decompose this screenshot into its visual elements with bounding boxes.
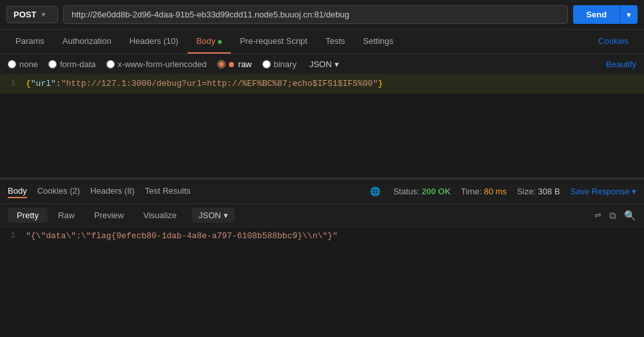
response-header: Body Cookies (2) Headers (8) Test Result… [0, 178, 644, 204]
copy-icon[interactable]: ⧉ [609, 210, 616, 221]
send-button[interactable]: Send [573, 5, 620, 24]
code-editor: 1 {"url":"http://127.1:3000/debug?url=ht… [0, 75, 644, 178]
code-line-1: 1 {"url":"http://127.1:3000/debug?url=ht… [0, 75, 644, 94]
raw-dot-icon [229, 62, 234, 67]
save-response-chevron-icon: ▾ [632, 187, 636, 196]
resp-tab-headers[interactable]: Headers (8) [90, 185, 135, 198]
response-format-tabs: Pretty Raw Preview Visualize JSON ▾ ⇌ ⧉ … [0, 204, 644, 227]
line-number-1: 1 [0, 77, 26, 90]
option-none[interactable]: none [8, 59, 38, 69]
resp-line-number-1: 1 [0, 230, 26, 242]
response-body: 1 "{\"data\":\"flag{9efecb80-1dab-4a8e-a… [0, 227, 644, 246]
top-bar: POST ▼ Send ▼ [0, 0, 644, 30]
body-options: none form-data x-www-form-urlencoded raw… [0, 54, 644, 75]
resp-json-chevron-icon: ▾ [224, 210, 228, 220]
response-size: 308 B [538, 187, 560, 196]
tab-pre-request[interactable]: Pre-request Script [231, 30, 317, 54]
method-dropdown[interactable]: POST ▼ [6, 6, 58, 23]
fmt-tab-raw[interactable]: Raw [49, 208, 84, 223]
response-time: 80 ms [484, 187, 507, 196]
response-status: 🌐 Status: 200 OK Time: 80 ms Size: 308 B… [370, 187, 636, 196]
fmt-tab-preview[interactable]: Preview [85, 208, 133, 223]
wrap-lines-icon[interactable]: ⇌ [594, 210, 601, 220]
option-binary[interactable]: binary [262, 59, 297, 69]
tab-tests[interactable]: Tests [317, 30, 354, 54]
globe-icon: 🌐 [370, 187, 380, 196]
line-content-1[interactable]: {"url":"http://127.1:3000/debug?url=http… [26, 77, 644, 91]
tab-authorization[interactable]: Authorization [54, 30, 121, 54]
resp-json-format-select[interactable]: JSON ▾ [192, 208, 235, 223]
status-code: 200 OK [422, 187, 451, 196]
resp-tab-body[interactable]: Body [8, 185, 27, 198]
tab-settings[interactable]: Settings [354, 30, 402, 54]
fmt-tab-pretty[interactable]: Pretty [8, 208, 48, 223]
body-dot-icon [218, 40, 222, 44]
method-chevron-icon: ▼ [40, 11, 46, 18]
response-icons: ⇌ ⧉ 🔍 [594, 210, 636, 221]
option-urlencoded[interactable]: x-www-form-urlencoded [106, 59, 207, 69]
cookies-link[interactable]: Cookies [589, 30, 638, 54]
method-label: POST [14, 10, 36, 19]
resp-tab-cookies[interactable]: Cookies (2) [37, 185, 80, 198]
option-form-data[interactable]: form-data [48, 59, 96, 69]
json-chevron-icon: ▾ [335, 59, 339, 69]
tab-params[interactable]: Params [6, 30, 54, 54]
search-icon[interactable]: 🔍 [624, 210, 636, 221]
save-response-button[interactable]: Save Response ▾ [571, 187, 636, 196]
resp-line-content-1[interactable]: "{\"data\":\"flag{9efecb80-1dab-4a8e-a79… [26, 230, 644, 243]
send-group: Send ▼ [573, 5, 638, 24]
beautify-button[interactable]: Beautify [606, 59, 636, 69]
url-input[interactable] [63, 5, 568, 24]
option-raw[interactable]: raw [217, 59, 252, 69]
json-format-select[interactable]: JSON ▾ [309, 59, 339, 69]
send-dropdown-button[interactable]: ▼ [620, 5, 638, 24]
tab-headers[interactable]: Headers (10) [121, 30, 188, 54]
nav-tabs: Params Authorization Headers (10) Body P… [0, 30, 644, 54]
resp-tab-test-results[interactable]: Test Results [145, 185, 191, 198]
fmt-tab-visualize[interactable]: Visualize [134, 208, 186, 223]
tab-body[interactable]: Body [188, 30, 231, 54]
resp-line-1: 1 "{\"data\":\"flag{9efecb80-1dab-4a8e-a… [0, 227, 644, 246]
